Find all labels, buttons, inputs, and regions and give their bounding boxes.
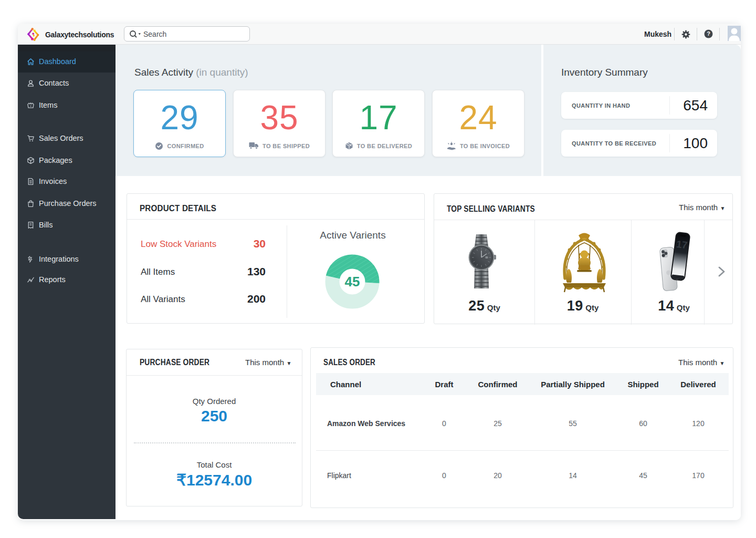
svg-text:45: 45 bbox=[345, 274, 360, 289]
svg-text:17: 17 bbox=[676, 239, 688, 251]
svg-text:?: ? bbox=[707, 30, 710, 37]
